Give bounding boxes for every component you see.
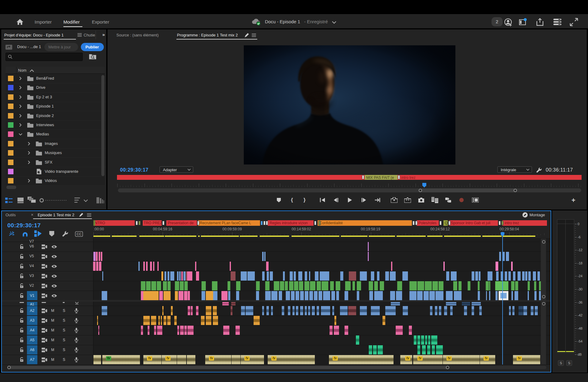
svg-text:CC: CC (77, 232, 81, 236)
